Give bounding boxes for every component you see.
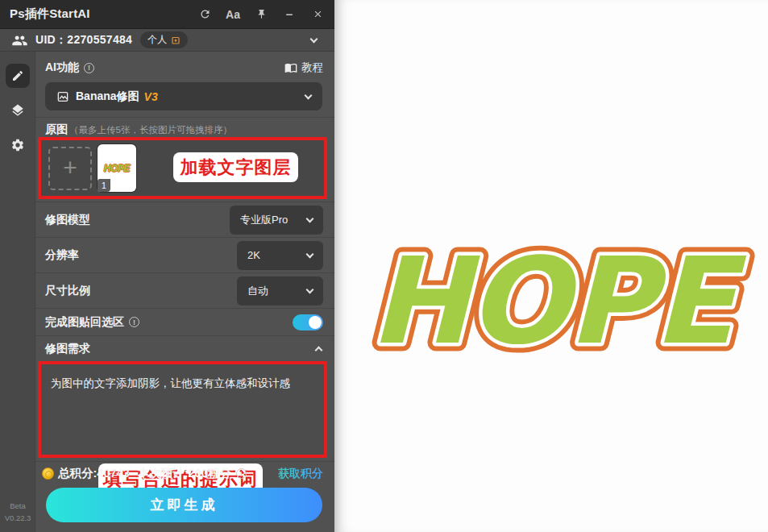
info-icon[interactable] (129, 317, 139, 327)
uid-value: 2270557484 (67, 33, 132, 46)
plugin-panel: Ps插件StartAI Aa UID：227 (0, 0, 334, 532)
thumbnail-index-badge: 1 (98, 179, 110, 192)
prompt-section-header: 修图需求 (35, 335, 334, 361)
add-image-button[interactable] (48, 147, 92, 190)
annotation-load-text-layer: 加载文字图层 (173, 152, 298, 182)
chevron-down-icon (306, 214, 314, 222)
users-icon (11, 34, 28, 46)
chevron-down-icon (306, 285, 314, 293)
sidebar: Beta V0.22.3 (0, 52, 35, 532)
version-label: Beta V0.22.3 (0, 500, 35, 524)
app-window: Ps插件StartAI Aa UID：227 (0, 0, 768, 532)
pencil-icon (11, 69, 24, 82)
sidebar-item-edit[interactable] (6, 64, 30, 88)
panel-content: AI功能 教程 Banana修图 V3 原图 （最多上传5张，长按图片可拖拽排序… (35, 52, 334, 532)
refresh-icon[interactable] (197, 7, 212, 22)
model-name: Banana修图 (76, 89, 139, 104)
window-title: Ps插件StartAI (10, 6, 90, 22)
ai-section-title: AI功能 (45, 60, 79, 75)
titlebar-actions: Aa (197, 7, 325, 22)
sidebar-item-layers[interactable] (6, 98, 30, 123)
titlebar: Ps插件StartAI Aa (0, 0, 334, 29)
paste-back-toggle[interactable] (293, 314, 323, 330)
info-icon[interactable] (236, 468, 247, 479)
setting-row-model: 修图模型 专业版Pro (35, 202, 334, 237)
sidebar-item-settings[interactable] (6, 133, 30, 157)
hope-artwork: HOPE HOPE HOPE (346, 206, 757, 391)
aspect-ratio-dropdown[interactable]: 自动 (237, 276, 323, 305)
close-icon[interactable] (310, 7, 325, 22)
membership-label: 个人 (147, 33, 167, 47)
setting-row-resolution: 分辨率 2K (35, 237, 334, 272)
account-bar: UID：2270557484 个人 (0, 29, 334, 52)
chevron-up-icon[interactable] (315, 346, 323, 354)
thumbnail-preview-text: HOPE (104, 163, 130, 174)
divider (35, 117, 334, 118)
chevron-down-icon (306, 250, 314, 258)
prompt-textarea[interactable]: 为图中的文字添加阴影，让他更有立体感和设计感 (51, 376, 317, 391)
info-icon[interactable] (84, 63, 94, 73)
model-version: V3 (144, 90, 158, 103)
setting-row-ratio: 尺寸比例 自动 (35, 272, 334, 308)
source-images-hint: （最多上传5张，长按图片可拖拽排序） (69, 124, 232, 136)
generate-button[interactable]: 立即生成 (46, 488, 322, 522)
model-selector-dropdown[interactable]: Banana修图 V3 (45, 82, 322, 110)
uid-text: UID：2270557484 (35, 33, 132, 48)
chevron-down-icon (305, 91, 313, 99)
layers-icon (10, 103, 25, 118)
prompt-highlight-box: 为图中的文字添加阴影，让他更有立体感和设计感 填写合适的提示词 (38, 361, 327, 458)
credits-bar: 总积分:40743 本次预计:200积分 获取积分 (35, 461, 334, 485)
font-size-button[interactable]: Aa (226, 7, 240, 22)
tutorial-link[interactable]: 教程 (284, 60, 323, 75)
estimated-credits: 本次预计:200积分 (138, 466, 231, 481)
setting-row-paste-back: 完成图贴回选区 (35, 308, 334, 335)
ai-section-header: AI功能 教程 (35, 55, 334, 81)
membership-icon (171, 35, 181, 45)
source-images-header: 原图 （最多上传5张，长按图片可拖拽排序） (45, 123, 232, 137)
model-type-dropdown[interactable]: 专业版Pro (230, 206, 323, 235)
gear-icon (10, 138, 25, 152)
get-credits-link[interactable]: 获取积分 (278, 467, 323, 481)
resolution-dropdown[interactable]: 2K (237, 241, 323, 270)
toggle-knob (309, 316, 322, 329)
total-credits: 总积分:40743 (58, 466, 130, 481)
coin-icon (42, 468, 54, 480)
chevron-down-icon[interactable] (310, 35, 318, 43)
pin-icon[interactable] (254, 7, 268, 22)
membership-badge[interactable]: 个人 (140, 31, 188, 48)
document-canvas[interactable]: HOPE HOPE HOPE (334, 0, 768, 532)
hope-fill: HOPE (369, 232, 746, 371)
book-icon (284, 61, 297, 74)
minimize-icon[interactable] (282, 7, 297, 22)
image-icon (56, 90, 69, 103)
upload-highlight-box: HOPE 1 加载文字图层 (38, 137, 327, 199)
